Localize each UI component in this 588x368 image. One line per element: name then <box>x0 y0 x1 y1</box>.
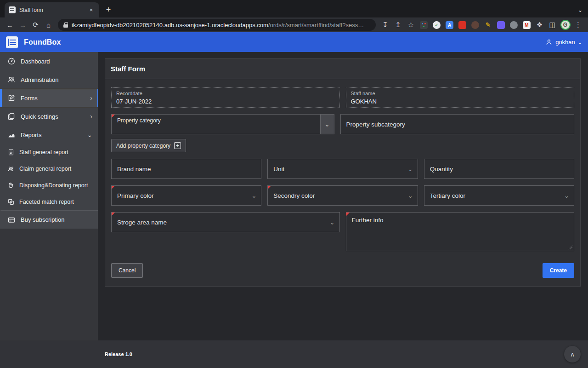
tab-close-icon[interactable]: × <box>87 6 95 14</box>
tab-title: Staff form <box>19 7 84 13</box>
user-icon <box>545 39 553 46</box>
add-property-category-label: Add property category <box>116 143 170 149</box>
tab-search-chevron-icon[interactable]: ⌄ <box>578 7 582 13</box>
sidebar-item-staff-general-report[interactable]: Staff general report <box>0 144 98 161</box>
cancel-button[interactable]: Cancel <box>111 263 143 278</box>
sidebar-item-dashboard[interactable]: Dashboard <box>0 52 98 70</box>
unit-label: Unit <box>273 166 284 172</box>
gmail-extension-icon[interactable]: M <box>520 19 533 31</box>
sidebar-item-administration[interactable]: Administration <box>0 70 98 89</box>
url-path: /ords/r/smart/smartffind/staff?sess… <box>268 22 364 29</box>
back-button[interactable]: ← <box>4 19 16 31</box>
sidebar-item-label: Administration <box>21 76 58 83</box>
username: gokhan <box>555 39 575 46</box>
primary-color-select[interactable]: Primary color ⌄ <box>111 185 261 206</box>
app-header: FoundBox gokhan ⌄ <box>0 32 588 52</box>
form-title-bar: Staff Form <box>105 59 580 79</box>
browser-menu-icon[interactable]: ⋮ <box>572 19 584 31</box>
reload-button[interactable]: ⟳ <box>29 19 42 31</box>
chevron-right-icon: › <box>90 94 92 102</box>
sidebar-filler <box>0 229 98 340</box>
sidebar-item-label: Reports <box>21 132 42 138</box>
user-chevron-down-icon: ⌄ <box>578 40 582 46</box>
scroll-to-top-button[interactable]: ∧ <box>564 346 581 362</box>
sidebar-item-buy-subscription[interactable]: Buy subscription <box>0 210 98 229</box>
recorddate-field: Recorddate 07-JUN-2022 <box>111 87 340 108</box>
forward-button[interactable]: → <box>17 19 29 31</box>
url-text[interactable]: ikzamiydfeopidv-db202102052140.adb.us-sa… <box>72 22 364 29</box>
further-info-textarea[interactable]: Further info <box>346 212 575 251</box>
app-title: FoundBox <box>24 38 61 46</box>
resize-handle[interactable] <box>568 245 572 249</box>
users-icon <box>7 165 15 172</box>
extension-ghost-icon[interactable] <box>508 19 520 31</box>
translate-extension-icon[interactable]: A <box>443 19 456 31</box>
chevron-down-icon: ⌄ <box>408 166 413 172</box>
home-button[interactable]: ⌂ <box>42 19 55 31</box>
user-menu[interactable]: gokhan ⌄ <box>545 39 582 46</box>
property-category-select[interactable]: Property category ⌄ <box>111 114 334 134</box>
browser-tab[interactable]: Staff form × <box>5 2 99 17</box>
sidebar-item-label: Disposing&Donating report <box>19 182 88 189</box>
tertiary-color-label: Tertiary color <box>430 192 465 199</box>
brand-name-input[interactable]: Brand name <box>111 159 261 179</box>
staff-name-label: Staff name <box>351 91 570 96</box>
stroge-area-name-select[interactable]: Stroge area name ⌄ <box>111 212 340 232</box>
unit-select[interactable]: Unit ⌄ <box>267 159 418 179</box>
chevron-down-icon: ⌄ <box>408 192 413 199</box>
sidebar-item-quick-settings[interactable]: Quick settings › <box>0 107 98 126</box>
add-property-category-button[interactable]: Add property category + <box>111 139 186 152</box>
tab-favicon <box>9 6 16 13</box>
create-button[interactable]: Create <box>543 263 574 278</box>
extension-dice-icon[interactable] <box>418 19 430 31</box>
tertiary-color-select[interactable]: Tertiary color ⌄ <box>424 185 574 206</box>
new-tab-button[interactable]: + <box>102 4 114 16</box>
sidebar-item-faceted-match-report[interactable]: Faceted match report <box>0 194 98 210</box>
edit-form-icon <box>7 94 16 102</box>
sidebar-item-label: Staff general report <box>19 149 68 155</box>
sidebar-item-forms[interactable]: Forms › <box>0 89 98 107</box>
side-panel-icon[interactable]: ◫ <box>546 19 559 31</box>
extension-indigo-icon[interactable] <box>495 19 507 31</box>
share-icon[interactable]: ↥ <box>392 19 404 31</box>
hamburger-menu-icon[interactable] <box>6 36 18 48</box>
property-subcategory-input[interactable]: Property subcategory <box>340 114 575 134</box>
hand-icon <box>7 182 15 189</box>
browser-toolbar: ← → ⟳ ⌂ ikzamiydfeopidv-db202102052140.a… <box>0 17 588 32</box>
secondry-color-select[interactable]: Secondry color ⌄ <box>267 185 418 206</box>
sidebar-item-label: Claim general report <box>19 166 71 172</box>
chevron-down-icon: ⌄ <box>564 192 569 199</box>
people-icon <box>7 75 16 84</box>
main-content: Staff Form Recorddate 07-JUN-2022 Staff … <box>98 52 588 340</box>
credit-card-icon <box>7 216 16 224</box>
extensions-puzzle-icon[interactable]: ❖ <box>533 19 546 31</box>
document-icon <box>7 149 15 156</box>
address-bar[interactable]: ikzamiydfeopidv-db202102052140.adb.us-sa… <box>58 19 376 31</box>
sidebar-item-reports[interactable]: Reports ⌄ <box>0 126 98 144</box>
sidebar-item-label: Dashboard <box>21 58 50 65</box>
property-category-lov-button[interactable]: ⌄ <box>320 115 334 134</box>
staff-name-field: Staff name GOKHAN <box>346 87 575 108</box>
chevron-right-icon: › <box>90 113 92 120</box>
chevron-down-icon: ⌄ <box>330 219 335 226</box>
bookmark-star-icon[interactable]: ☆ <box>405 19 417 31</box>
extension-round-icon[interactable] <box>469 19 481 31</box>
further-info-label: Further info <box>352 217 384 224</box>
sidebar-item-claim-general-report[interactable]: Claim general report <box>0 161 98 177</box>
dashboard-icon <box>7 57 16 65</box>
release-version: Release 1.0 <box>105 351 132 357</box>
pencil-extension-icon[interactable]: ✎ <box>482 19 494 31</box>
property-category-label: Property category <box>112 115 334 124</box>
lock-icon[interactable] <box>63 22 68 28</box>
sidebar-item-label: Forms <box>21 95 38 102</box>
primary-color-label: Primary color <box>117 192 154 199</box>
overlapping-squares-icon <box>7 198 15 206</box>
profile-avatar[interactable]: G <box>559 19 571 31</box>
recorddate-label: Recorddate <box>116 91 335 96</box>
install-app-icon[interactable]: ↧ <box>379 19 391 31</box>
sidebar: Dashboard Administration Forms › Quick s… <box>0 52 98 340</box>
extension-check-icon[interactable]: ✓ <box>430 19 443 31</box>
sidebar-item-disposing-donating-report[interactable]: Disposing&Donating report <box>0 177 98 194</box>
adblock-extension-icon[interactable] <box>456 19 469 31</box>
quantity-input[interactable]: Quantity <box>424 159 574 179</box>
